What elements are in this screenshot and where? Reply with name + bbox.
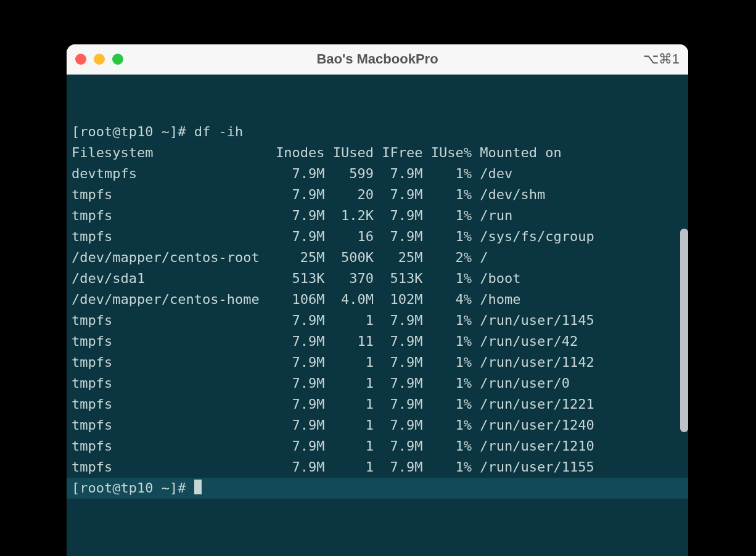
shortcut-hint: ⌥⌘1 [643, 51, 680, 67]
terminal-window: Bao's MacbookPro ⌥⌘1 [root@tp10 ~]# df -… [67, 44, 688, 556]
minimize-icon[interactable] [94, 54, 105, 65]
maximize-icon[interactable] [112, 54, 123, 65]
df-row: tmpfs 7.9M 11 7.9M 1% /run/user/42 [72, 331, 686, 352]
df-row: tmpfs 7.9M 1 7.9M 1% /run/user/1155 [72, 457, 686, 478]
df-row: devtmpfs 7.9M 599 7.9M 1% /dev [72, 163, 686, 184]
window-title: Bao's MacbookPro [67, 51, 688, 67]
cursor-icon [194, 480, 202, 494]
titlebar[interactable]: Bao's MacbookPro ⌥⌘1 [67, 44, 688, 75]
df-row: tmpfs 7.9M 20 7.9M 1% /dev/shm [72, 184, 686, 205]
df-row: tmpfs 7.9M 1 7.9M 1% /run/user/1145 [72, 310, 686, 331]
df-row: /dev/mapper/centos-home 106M 4.0M 102M 4… [72, 289, 686, 310]
df-header: Filesystem Inodes IUsed IFree IUse% Moun… [72, 142, 686, 163]
close-icon[interactable] [75, 54, 86, 65]
df-row: /dev/mapper/centos-root 25M 500K 25M 2% … [72, 247, 686, 268]
df-row: tmpfs 7.9M 1 7.9M 1% /run/user/1142 [72, 352, 686, 373]
window-controls [75, 54, 123, 65]
df-row: tmpfs 7.9M 1 7.9M 1% /run/user/1221 [72, 394, 686, 415]
df-row: tmpfs 7.9M 1 7.9M 1% /run/user/0 [72, 373, 686, 394]
df-row: tmpfs 7.9M 16 7.9M 1% /sys/fs/cgroup [72, 226, 686, 247]
prompt-line[interactable]: [root@tp10 ~]# [67, 478, 688, 499]
prompt-line: [root@tp10 ~]# df -ih [72, 121, 686, 142]
scrollbar[interactable] [680, 229, 688, 432]
df-row: tmpfs 7.9M 1 7.9M 1% /run/user/1240 [72, 415, 686, 436]
df-row: /dev/sda1 513K 370 513K 1% /boot [72, 268, 686, 289]
df-row: tmpfs 7.9M 1.2K 7.9M 1% /run [72, 205, 686, 226]
df-row: tmpfs 7.9M 1 7.9M 1% /run/user/1210 [72, 436, 686, 457]
terminal-output[interactable]: [root@tp10 ~]# df -ihFilesystem Inodes I… [67, 75, 688, 556]
